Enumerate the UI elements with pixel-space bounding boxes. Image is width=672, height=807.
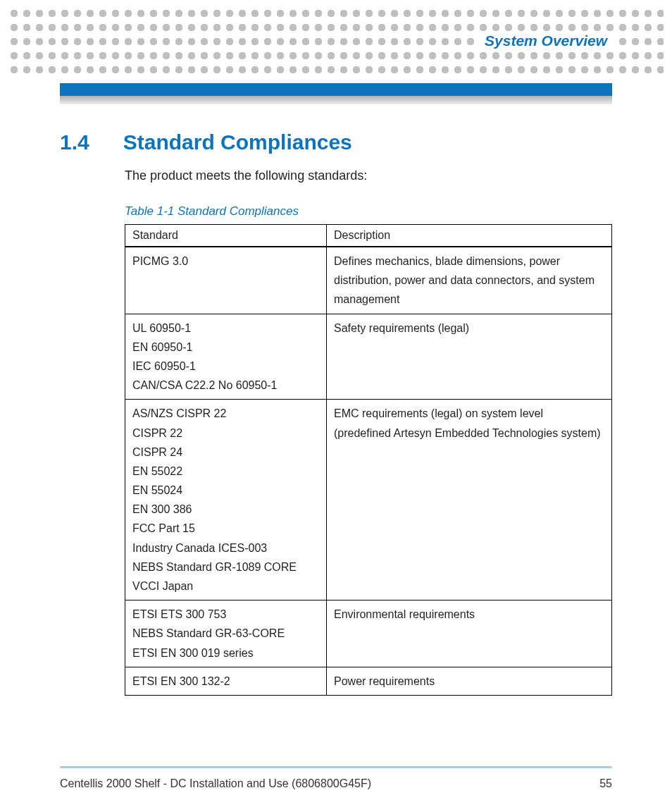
table-caption: Table 1-1 Standard Compliances bbox=[125, 204, 612, 218]
cell-standard: PICMG 3.0 bbox=[125, 247, 327, 314]
running-header: System Overview bbox=[476, 33, 616, 49]
footer-rule bbox=[60, 766, 612, 768]
table-row: ETSI ETS 300 753NEBS Standard GR-63-CORE… bbox=[125, 600, 612, 667]
table-header-row: Standard Description bbox=[125, 225, 612, 247]
footer-doc-title: Centellis 2000 Shelf - DC Installation a… bbox=[60, 777, 371, 790]
col-header-description: Description bbox=[327, 225, 612, 247]
cell-standard: UL 60950-1EN 60950-1IEC 60950-1CAN/CSA C… bbox=[125, 314, 327, 400]
cell-description: Environmental requirements bbox=[327, 600, 612, 667]
cell-standard: ETSI EN 300 132-2 bbox=[125, 667, 327, 695]
page: System Overview 1.4 Standard Compliances… bbox=[0, 0, 672, 807]
cell-description: Defines mechanics, blade dimensions, pow… bbox=[327, 247, 612, 314]
section-heading: 1.4 Standard Compliances bbox=[60, 130, 612, 154]
footer-page-number: 55 bbox=[599, 777, 612, 790]
table-row: PICMG 3.0 Defines mechanics, blade dimen… bbox=[125, 247, 612, 314]
cell-standard: AS/NZS CISPR 22CISPR 22CISPR 24EN 55022E… bbox=[125, 400, 327, 600]
footer: Centellis 2000 Shelf - DC Installation a… bbox=[60, 777, 612, 790]
section-title: Standard Compliances bbox=[123, 130, 352, 154]
col-header-standard: Standard bbox=[125, 225, 327, 247]
section-intro: The product meets the following standard… bbox=[125, 168, 612, 183]
cell-description: EMC requirements (legal) on system level… bbox=[327, 400, 612, 600]
content-area: 1.4 Standard Compliances The product mee… bbox=[60, 130, 612, 696]
section-number: 1.4 bbox=[60, 130, 89, 154]
header-blue-bar bbox=[60, 83, 612, 96]
cell-description: Power requirements bbox=[327, 667, 612, 695]
cell-standard: ETSI ETS 300 753NEBS Standard GR-63-CORE… bbox=[125, 600, 327, 667]
table-row: UL 60950-1EN 60950-1IEC 60950-1CAN/CSA C… bbox=[125, 314, 612, 400]
table-row: AS/NZS CISPR 22CISPR 22CISPR 24EN 55022E… bbox=[125, 400, 612, 600]
standards-table: Standard Description PICMG 3.0 Defines m… bbox=[125, 224, 612, 696]
cell-description: Safety requirements (legal) bbox=[327, 314, 612, 400]
table-row: ETSI EN 300 132-2 Power requirements bbox=[125, 667, 612, 695]
running-header-text: System Overview bbox=[485, 32, 607, 49]
